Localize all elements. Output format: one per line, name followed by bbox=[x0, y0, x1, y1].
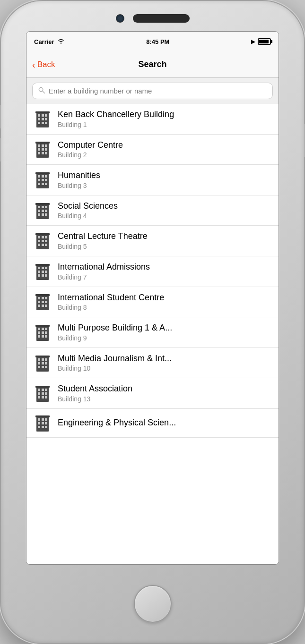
building-icon bbox=[34, 263, 51, 280]
item-sub: Building 4 bbox=[58, 212, 118, 220]
svg-rect-23 bbox=[45, 152, 47, 154]
item-name: Central Lecture Theatre bbox=[58, 231, 148, 242]
svg-rect-76 bbox=[38, 305, 40, 307]
page-title: Search bbox=[138, 59, 166, 69]
status-bar: Carrier 8:45 PM ▶ bbox=[26, 32, 279, 51]
svg-rect-71 bbox=[42, 297, 44, 299]
item-sub: Building 9 bbox=[58, 334, 172, 342]
list-item[interactable]: International Admissions Building 7 bbox=[26, 256, 279, 287]
svg-rect-19 bbox=[42, 148, 44, 151]
search-bar[interactable] bbox=[32, 83, 273, 99]
svg-rect-99 bbox=[42, 366, 44, 368]
item-name: International Student Centre bbox=[58, 293, 164, 303]
svg-rect-53 bbox=[45, 240, 47, 242]
svg-rect-63 bbox=[42, 271, 44, 273]
list-item[interactable]: Multi Media Journalism & Int... Building… bbox=[26, 348, 279, 379]
battery-icon bbox=[258, 38, 271, 45]
back-button[interactable]: ‹ Back bbox=[32, 60, 55, 69]
svg-rect-10 bbox=[38, 122, 40, 124]
svg-rect-75 bbox=[45, 301, 47, 303]
svg-rect-40 bbox=[38, 210, 40, 212]
svg-rect-25 bbox=[35, 172, 50, 174]
svg-rect-84 bbox=[38, 331, 40, 334]
list-item-text: Multi Purpose Building 1 & A... Building… bbox=[58, 323, 172, 342]
phone-top-bar bbox=[1, 1, 304, 23]
item-name: Multi Media Journalism & Int... bbox=[58, 354, 172, 364]
svg-rect-77 bbox=[42, 305, 44, 307]
svg-rect-9 bbox=[45, 118, 47, 120]
svg-rect-14 bbox=[35, 142, 50, 144]
svg-rect-66 bbox=[42, 274, 44, 277]
location-icon: ▶ bbox=[251, 38, 255, 45]
list-item[interactable]: Engineering & Physical Scien... bbox=[26, 409, 279, 438]
svg-rect-54 bbox=[38, 244, 40, 246]
svg-rect-86 bbox=[45, 331, 47, 334]
list-item[interactable]: Ken Back Chancellery Building Building 1 bbox=[26, 104, 279, 135]
item-sub: Building 10 bbox=[58, 364, 172, 372]
list-item-text: Humanities Building 3 bbox=[58, 170, 100, 189]
svg-rect-27 bbox=[42, 175, 44, 178]
svg-rect-26 bbox=[38, 175, 40, 178]
list-item-text: International Student Centre Building 8 bbox=[58, 293, 164, 312]
svg-rect-78 bbox=[45, 305, 47, 307]
search-input[interactable] bbox=[49, 87, 267, 95]
svg-rect-18 bbox=[38, 148, 40, 151]
item-name: Humanities bbox=[58, 170, 100, 181]
svg-rect-7 bbox=[38, 118, 40, 120]
building-icon bbox=[34, 141, 51, 158]
item-name: International Admissions bbox=[58, 262, 150, 272]
list-item-text: Ken Back Chancellery Building Building 1 bbox=[58, 110, 174, 128]
svg-rect-116 bbox=[45, 418, 47, 421]
svg-rect-119 bbox=[45, 422, 47, 424]
svg-rect-21 bbox=[38, 152, 40, 154]
list-item[interactable]: Central Lecture Theatre Building 5 bbox=[26, 226, 279, 256]
svg-rect-42 bbox=[45, 210, 47, 212]
svg-rect-12 bbox=[45, 122, 47, 124]
svg-rect-89 bbox=[45, 335, 47, 338]
svg-rect-109 bbox=[38, 396, 40, 398]
phone-frame: Carrier 8:45 PM ▶ ‹ Back Search bbox=[0, 0, 305, 644]
svg-rect-45 bbox=[45, 213, 47, 216]
svg-rect-104 bbox=[42, 389, 44, 391]
list-item[interactable]: Social Sciences Building 4 bbox=[26, 195, 279, 226]
svg-rect-110 bbox=[42, 396, 44, 398]
svg-rect-20 bbox=[45, 148, 47, 151]
svg-rect-102 bbox=[35, 386, 50, 388]
item-sub: Building 7 bbox=[58, 273, 150, 281]
status-right: ▶ bbox=[251, 38, 271, 45]
svg-rect-122 bbox=[45, 426, 47, 428]
svg-rect-61 bbox=[45, 267, 47, 269]
svg-rect-107 bbox=[42, 392, 44, 395]
search-bar-container bbox=[26, 78, 279, 104]
list-item[interactable]: Student Association Building 13 bbox=[26, 378, 279, 409]
list-item[interactable]: Humanities Building 3 bbox=[26, 165, 279, 195]
svg-rect-72 bbox=[45, 297, 47, 299]
list-item[interactable]: Multi Purpose Building 1 & A... Building… bbox=[26, 317, 279, 348]
svg-rect-33 bbox=[42, 183, 44, 185]
svg-rect-85 bbox=[42, 331, 44, 334]
list-item-text: Social Sciences Building 4 bbox=[58, 201, 118, 220]
home-button[interactable] bbox=[134, 585, 172, 623]
list-item[interactable]: International Student Centre Building 8 bbox=[26, 287, 279, 318]
svg-rect-82 bbox=[42, 328, 44, 330]
list-item[interactable]: Computer Centre Building 2 bbox=[26, 135, 279, 165]
svg-rect-22 bbox=[42, 152, 44, 154]
svg-rect-4 bbox=[38, 114, 40, 117]
svg-rect-88 bbox=[42, 335, 44, 338]
back-label: Back bbox=[37, 60, 55, 69]
list-item-text: Student Association Building 13 bbox=[58, 384, 132, 403]
svg-rect-34 bbox=[45, 183, 47, 185]
svg-rect-48 bbox=[38, 236, 40, 238]
svg-rect-69 bbox=[35, 294, 50, 296]
volume-up-button[interactable] bbox=[0, 105, 1, 128]
item-name: Engineering & Physical Scien... bbox=[58, 418, 176, 428]
item-sub: Building 3 bbox=[58, 182, 100, 189]
speaker bbox=[133, 14, 190, 23]
item-sub: Building 8 bbox=[58, 304, 164, 311]
list-item-text: Computer Centre Building 2 bbox=[58, 140, 123, 159]
svg-rect-6 bbox=[45, 114, 47, 117]
svg-rect-36 bbox=[35, 203, 50, 205]
building-list: Ken Back Chancellery Building Building 1… bbox=[26, 104, 279, 564]
volume-down-button[interactable] bbox=[0, 138, 1, 161]
item-name: Social Sciences bbox=[58, 201, 118, 212]
